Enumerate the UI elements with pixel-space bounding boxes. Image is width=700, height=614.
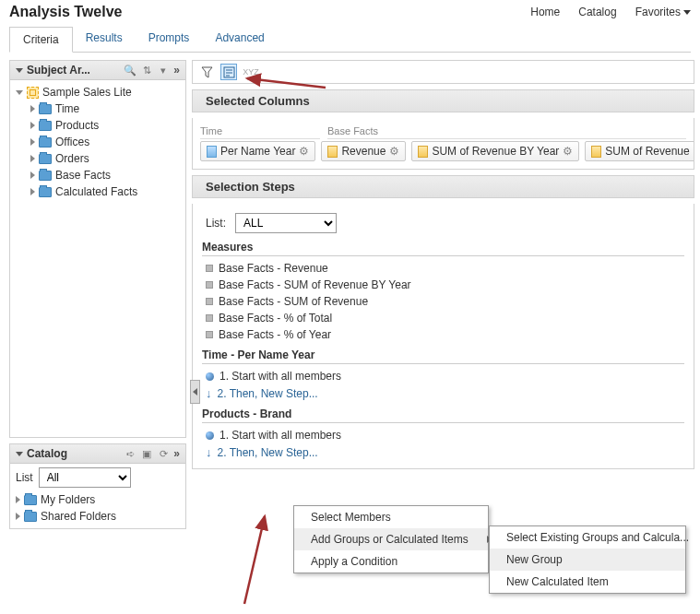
tree-item[interactable]: Shared Folders — [16, 508, 180, 525]
chevron-down-icon — [683, 10, 691, 15]
context-submenu: Select Existing Groups and Calcula... Ne… — [489, 525, 686, 594]
selected-columns-body: Time Base Facts Per Name Year⚙ Revenue⚙ … — [192, 118, 694, 170]
tree-item[interactable]: Calculated Facts — [30, 183, 182, 200]
measure-icon — [591, 146, 601, 158]
tab-advanced[interactable]: Advanced — [202, 26, 277, 52]
nav-favorites[interactable]: Favorites — [635, 6, 691, 18]
step-row: 1. Start with all members — [202, 427, 684, 443]
group-basefacts-label: Base Facts — [327, 125, 686, 139]
gear-icon[interactable]: ⚙ — [389, 145, 399, 158]
expand-icon — [16, 513, 20, 520]
dimension-icon — [207, 146, 217, 158]
tree-item[interactable]: Base Facts — [30, 167, 182, 183]
menu-add-groups[interactable]: Add Groups or Calculated Items — [294, 528, 488, 550]
menu-apply-condition[interactable]: Apply a Condition — [294, 550, 488, 573]
expand-icon — [30, 122, 35, 129]
filter-icon[interactable] — [198, 64, 215, 80]
chevron-right-icon[interactable]: » — [173, 64, 180, 77]
catalog-list-select[interactable]: All — [39, 467, 131, 488]
column-pill[interactable]: SUM of Revenue⚙ — [585, 141, 694, 161]
tree-root[interactable]: Sample Sales Lite — [16, 84, 182, 100]
tabs: Criteria Results Prompts Advanced — [9, 26, 691, 53]
column-pill[interactable]: Per Name Year⚙ — [200, 141, 315, 161]
tree-item[interactable]: My Folders — [16, 491, 180, 508]
folder-icon — [39, 171, 52, 181]
folder-icon — [39, 137, 52, 148]
menu-down-icon[interactable]: ▾ — [157, 64, 170, 77]
folder-icon — [39, 154, 52, 164]
column-pill[interactable]: SUM of Revenue BY Year⚙ — [411, 141, 579, 161]
measures-heading: Measures — [202, 241, 684, 256]
measure-icon — [327, 146, 338, 158]
expand-icon — [30, 155, 35, 162]
steps-list-select[interactable]: ALL — [235, 213, 337, 233]
menu-new-group[interactable]: New Group — [490, 549, 685, 571]
context-menu: Select Members Add Groups or Calculated … — [293, 505, 489, 573]
tab-prompts[interactable]: Prompts — [136, 26, 203, 52]
folder-icon — [24, 495, 37, 505]
subject-areas-title: Subject Ar... — [27, 64, 120, 77]
save-icon[interactable]: ▣ — [140, 447, 153, 460]
products-heading: Products - Brand — [202, 407, 684, 423]
measure-row: Base Facts - SUM of Revenue — [202, 293, 684, 310]
catalog-title: Catalog — [27, 447, 120, 460]
tab-criteria[interactable]: Criteria — [9, 27, 73, 53]
tab-results[interactable]: Results — [73, 26, 136, 52]
step-row[interactable]: ↓2. Then, New Step... — [202, 384, 684, 402]
menu-new-calc-item[interactable]: New Calculated Item — [490, 571, 685, 593]
measure-row: Base Facts - % of Total — [202, 310, 684, 326]
search-icon[interactable]: 🔍 — [124, 64, 136, 77]
collapse-icon[interactable] — [16, 68, 23, 73]
folder-icon — [39, 121, 52, 131]
folder-icon — [39, 187, 52, 197]
xyz-icon[interactable]: XYZ — [243, 64, 259, 80]
time-heading: Time - Per Name Year — [202, 348, 684, 364]
measure-row: Base Facts - Revenue — [202, 260, 684, 277]
bullet-icon — [206, 281, 213, 289]
forward-icon[interactable]: ➪ — [124, 447, 136, 460]
column-pill[interactable]: Revenue⚙ — [321, 141, 406, 161]
nav-home[interactable]: Home — [530, 6, 560, 18]
tree-item[interactable]: Offices — [30, 134, 182, 150]
selection-steps-icon[interactable] — [220, 64, 237, 80]
measure-icon — [418, 146, 428, 158]
measure-row: Base Facts - SUM of Revenue BY Year — [202, 277, 684, 293]
steps-list-label: List: — [206, 217, 226, 230]
then-new-step-link: 2. Then, New Step... — [218, 446, 318, 459]
cube-icon — [27, 87, 39, 99]
tree-item[interactable]: Time — [30, 100, 182, 117]
list-label: List — [16, 471, 33, 484]
expand-icon — [30, 138, 35, 146]
folder-icon — [24, 512, 37, 522]
measure-row: Base Facts - % of Year — [202, 326, 684, 343]
sort-icon[interactable]: ⇅ — [140, 64, 153, 77]
splitter-handle[interactable] — [190, 380, 200, 404]
expand-icon — [30, 105, 35, 112]
nav-catalog[interactable]: Catalog — [578, 6, 616, 18]
tree-item[interactable]: Products — [30, 117, 182, 134]
step-row: 1. Start with all members — [202, 368, 684, 384]
step-row[interactable]: ↓2. Then, New Step... — [202, 443, 684, 461]
gear-icon[interactable]: ⚙ — [694, 145, 694, 158]
menu-select-existing[interactable]: Select Existing Groups and Calcula... — [490, 526, 685, 549]
selection-steps-header: Selection Steps — [192, 175, 694, 198]
catalog-panel: Catalog ➪ ▣ ⟳ » List All My Folders Shar… — [9, 443, 186, 529]
bullet-icon — [206, 314, 213, 322]
expand-icon — [16, 90, 23, 95]
tree-item[interactable]: Orders — [30, 150, 182, 167]
then-new-step-link: 2. Then, New Step... — [218, 387, 318, 400]
selection-steps-body: List: ALL Measures Base Facts - Revenue … — [192, 204, 694, 469]
chevron-right-icon[interactable]: » — [173, 447, 180, 460]
top-nav: Home Catalog Favorites — [530, 6, 691, 18]
bullet-icon — [206, 265, 213, 272]
menu-select-members[interactable]: Select Members — [294, 506, 488, 528]
gear-icon[interactable]: ⚙ — [299, 145, 309, 158]
expand-icon — [30, 188, 35, 195]
gear-icon[interactable]: ⚙ — [563, 145, 573, 158]
folder-icon — [39, 104, 52, 114]
page-title: Analysis Twelve — [9, 4, 122, 20]
bullet-icon — [206, 298, 213, 305]
expand-icon — [30, 171, 35, 179]
collapse-icon[interactable] — [16, 452, 23, 456]
refresh-icon[interactable]: ⟳ — [157, 447, 170, 460]
